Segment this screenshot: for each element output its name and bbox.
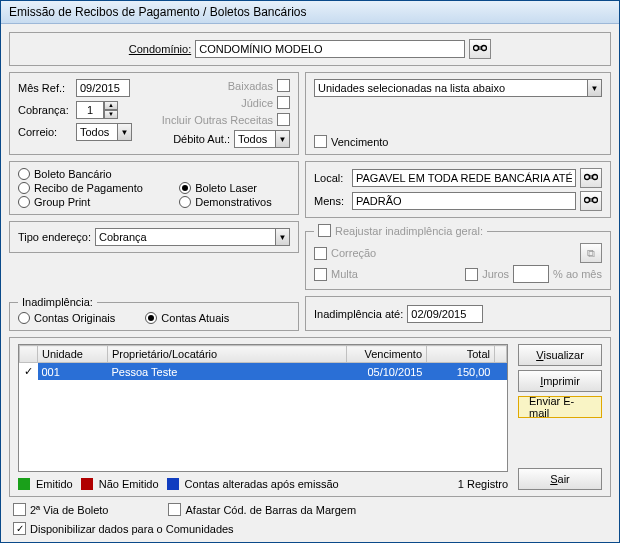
correio-combo[interactable]: Todos ▼ [76,123,132,141]
incluir-outras-checkbox [277,113,290,126]
legend-alteradas: Contas alteradas após emissão [185,478,339,490]
cell-proprietario: Pessoa Teste [108,363,347,381]
svg-point-0 [474,46,479,51]
baixadas-checkbox [277,79,290,92]
legend-emitido-color [18,478,30,490]
chevron-down-icon: ▼ [117,124,131,140]
col-unidade[interactable]: Unidade [38,346,108,363]
mesref-label: Mês Ref.: [18,82,72,94]
tipo-endereco-combo[interactable]: Cobrança ▼ [95,228,290,246]
reajustar-options-button: ⧉ [580,243,602,263]
mens-input[interactable] [352,192,576,210]
legend-naoemitido: Não Emitido [99,478,159,490]
tipo-endereco-label: Tipo endereço: [18,231,91,243]
svg-point-1 [482,46,487,51]
chevron-down-icon: ▼ [275,131,289,147]
unidades-table[interactable]: Unidade Proprietário/Locatário Venciment… [18,344,508,472]
visualizar-button[interactable]: Visualizar [518,344,602,366]
col-proprietario[interactable]: Proprietário/Locatário [108,346,347,363]
debaut-combo[interactable]: Todos ▼ [234,130,290,148]
svg-point-5 [593,198,598,203]
disponibilizar-checkbox-row[interactable]: ✓ Disponibilizar dados para o Comunidade… [13,522,234,535]
juros-input [513,265,549,283]
inad-ate-label: Inadimplência até: [314,308,403,320]
legend-emitido: Emitido [36,478,73,490]
vencimento-label: Vencimento [331,136,388,148]
condominio-search-button[interactable] [469,39,491,59]
binoculars-icon [584,194,598,208]
cobranca-spinner[interactable]: ▲▼ [76,101,118,119]
incluir-outras-label: Incluir Outras Receitas [162,114,273,126]
multa-checkbox [314,268,327,281]
local-search-button[interactable] [580,168,602,188]
radio-recibo-pagamento[interactable]: Recibo de Pagamento [18,182,161,194]
svg-point-2 [585,175,590,180]
svg-point-4 [585,198,590,203]
cell-vencimento: 05/10/2015 [347,363,427,381]
mesref-input[interactable] [76,79,130,97]
vencimento-checkbox[interactable] [314,135,327,148]
col-vencimento[interactable]: Vencimento [347,346,427,363]
table-row[interactable]: ✓ 001 Pessoa Teste 05/10/2015 150,00 [20,363,507,381]
options-icon: ⧉ [587,247,595,260]
unidades-combo[interactable]: Unidades selecionadas na lista abaixo ▼ [314,79,602,97]
enviar-email-button[interactable]: Enviar E-mail [518,396,602,418]
radio-contas-originais[interactable]: Contas Originais [18,312,115,324]
record-count: 1 Registro [458,478,508,490]
mens-search-button[interactable] [580,191,602,211]
legend-alteradas-color [167,478,179,490]
row-checkbox[interactable]: ✓ [24,365,33,377]
condominio-input[interactable] [195,40,465,58]
reajustar-fieldset: Reajustar inadimplência geral: Correção … [305,224,611,290]
debaut-label: Débito Aut.: [173,133,230,145]
inadimplencia-fieldset: Inadimplência: Contas Originais Contas A… [9,296,299,331]
chevron-down-icon: ▼ [587,80,601,96]
judice-checkbox [277,96,290,109]
local-label: Local: [314,172,348,184]
radio-boleto-laser[interactable]: Boleto Laser [179,182,290,194]
window-title: Emissão de Recibos de Pagamento / Boleto… [1,1,619,24]
cell-total: 150,00 [427,363,495,381]
segunda-via-checkbox[interactable] [13,503,26,516]
binoculars-icon [584,171,598,185]
judice-label: Júdice [241,97,273,109]
inad-ate-input[interactable] [407,305,483,323]
radio-group-print[interactable]: Group Print [18,196,161,208]
col-spacer [495,346,507,363]
radio-demonstrativos[interactable]: Demonstrativos [179,196,290,208]
local-input[interactable] [352,169,576,187]
inadimplencia-legend: Inadimplência: [18,296,97,308]
mens-label: Mens: [314,195,348,207]
afastar-checkbox[interactable] [168,503,181,516]
radio-contas-atuais[interactable]: Contas Atuais [145,312,229,324]
col-check[interactable] [20,346,38,363]
svg-point-3 [593,175,598,180]
chevron-down-icon: ▼ [275,229,289,245]
cobranca-label: Cobrança: [18,104,72,116]
legend-naoemitido-color [81,478,93,490]
correio-label: Correio: [18,126,72,138]
col-total[interactable]: Total [427,346,495,363]
radio-boleto-bancario[interactable]: Boleto Bancário [18,168,161,180]
binoculars-icon [473,42,487,56]
spin-down-icon[interactable]: ▼ [104,110,118,119]
reajustar-checkbox [318,224,331,237]
cell-unidade: 001 [38,363,108,381]
imprimir-button[interactable]: Imprimir [518,370,602,392]
correcao-checkbox [314,247,327,260]
juros-checkbox [465,268,478,281]
baixadas-label: Baixadas [228,80,273,92]
spin-up-icon[interactable]: ▲ [104,101,118,110]
condominio-label: Condomínio: [129,43,191,55]
disponibilizar-checkbox[interactable]: ✓ [13,522,26,535]
sair-button[interactable]: Sair [518,468,602,490]
afastar-checkbox-row[interactable]: Afastar Cód. de Barras da Margem [168,503,356,516]
segunda-via-checkbox-row[interactable]: 2ª Via de Boleto [13,503,108,516]
